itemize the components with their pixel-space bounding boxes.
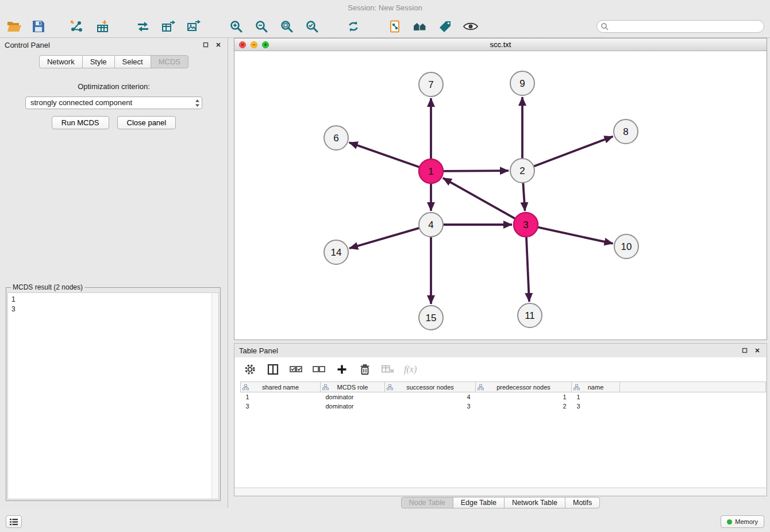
run-mcds-button[interactable]: Run MCDS xyxy=(52,116,109,129)
node-14[interactable]: 14 xyxy=(324,240,348,264)
eye-icon xyxy=(463,21,478,32)
control-panel-header: Control Panel xyxy=(0,38,228,52)
zoom-out-button[interactable] xyxy=(251,18,272,35)
node-15[interactable]: 15 xyxy=(419,306,443,330)
table-panel-header: Table Panel xyxy=(234,344,767,357)
mcds-result-box[interactable]: 13 xyxy=(7,292,219,499)
search-icon xyxy=(600,22,609,30)
table-panel-float-button[interactable] xyxy=(740,346,749,355)
column-header-predecessor-nodes[interactable]: predecessor nodes xyxy=(476,382,572,392)
column-type-icon xyxy=(322,384,329,391)
import-network-icon xyxy=(70,20,83,33)
toggle-column-panel-button[interactable] xyxy=(266,363,280,376)
memory-button[interactable]: Memory xyxy=(721,515,764,528)
create-column-button[interactable] xyxy=(335,363,349,376)
tab-network[interactable]: Network xyxy=(39,55,83,68)
node-11[interactable]: 11 xyxy=(518,303,542,327)
window-minimize-button[interactable] xyxy=(251,41,257,48)
search-field[interactable] xyxy=(596,20,764,33)
node-label: 4 xyxy=(428,219,433,230)
import-table-icon xyxy=(96,20,110,33)
table-panel-tabs: Node TableEdge TableNetwork TableMotifs xyxy=(234,497,767,510)
zoom-selected-button[interactable] xyxy=(301,18,323,35)
table-panel-title: Table Panel xyxy=(239,346,278,355)
annotation-button[interactable] xyxy=(434,18,456,35)
node-4[interactable]: 4 xyxy=(419,213,443,237)
column-header-successor-nodes[interactable]: successor nodes xyxy=(385,382,476,392)
export-table-button[interactable] xyxy=(157,18,179,35)
node-3[interactable]: 3 xyxy=(514,213,538,237)
column-header-shared-name[interactable]: shared name xyxy=(241,382,321,392)
window-close-button[interactable] xyxy=(239,41,246,48)
node-9[interactable]: 9 xyxy=(510,71,534,95)
export-image-button[interactable] xyxy=(183,18,205,35)
table-settings-button[interactable] xyxy=(243,363,257,376)
edge-1-6[interactable] xyxy=(349,142,423,168)
zoom-fit-icon xyxy=(280,20,294,33)
column-header-MCDS-role[interactable]: MCDS role xyxy=(321,382,385,392)
edge-2-3[interactable] xyxy=(523,179,525,211)
result-scrollbar[interactable] xyxy=(211,293,218,499)
table-row[interactable]: 3dominator323 xyxy=(241,402,766,411)
node-2[interactable]: 2 xyxy=(510,159,534,183)
show-panels-button[interactable] xyxy=(6,515,22,528)
open-file-icon xyxy=(7,20,22,33)
import-table-button[interactable] xyxy=(92,18,114,35)
node-6[interactable]: 6 xyxy=(324,126,348,150)
table-horizontal-scrollbar[interactable] xyxy=(235,488,766,495)
apply-layout-button[interactable] xyxy=(342,18,364,35)
tab-select[interactable]: Select xyxy=(114,55,151,68)
select-all-columns-button[interactable] xyxy=(289,363,303,376)
deselect-all-columns-button[interactable] xyxy=(312,363,326,376)
table-row[interactable]: 1dominator411 xyxy=(241,392,766,402)
tab-style[interactable]: Style xyxy=(82,55,115,68)
mcds-result-fieldset: MCDS result (2 nodes) 13 xyxy=(6,283,221,501)
save-session-button[interactable] xyxy=(28,18,49,35)
window-zoom-button[interactable] xyxy=(262,41,269,48)
first-neighbors-button[interactable] xyxy=(409,18,431,35)
node-label: 1 xyxy=(428,166,433,177)
import-network-button[interactable] xyxy=(66,18,87,35)
zoom-selected-icon xyxy=(305,20,319,33)
tab-network-table[interactable]: Network Table xyxy=(504,497,565,508)
function-builder-button: f(x) xyxy=(404,363,417,376)
export-table-icon xyxy=(161,20,175,33)
edge-4-14[interactable] xyxy=(349,227,423,248)
node-1[interactable]: 1 xyxy=(419,159,443,183)
search-input[interactable] xyxy=(609,21,764,32)
zoom-fit-button[interactable] xyxy=(276,18,298,35)
zoom-in-button[interactable] xyxy=(225,18,247,35)
edge-3-1[interactable] xyxy=(443,178,518,221)
close-panel-button[interactable]: Close panel xyxy=(117,116,176,129)
tab-node-table[interactable]: Node Table xyxy=(401,497,453,508)
node-7[interactable]: 7 xyxy=(419,72,443,97)
delete-table-button xyxy=(381,363,395,376)
table-panel-close-button[interactable] xyxy=(753,346,762,355)
node-10[interactable]: 10 xyxy=(614,234,638,259)
tab-motifs[interactable]: Motifs xyxy=(565,497,600,508)
tab-mcds[interactable]: MCDS xyxy=(151,55,188,68)
edge-3-11[interactable] xyxy=(526,233,529,302)
zoom-out-icon xyxy=(255,20,268,33)
tab-edge-table[interactable]: Edge Table xyxy=(453,497,505,508)
float-icon xyxy=(203,42,209,48)
node-8[interactable]: 8 xyxy=(614,119,638,144)
annotation-icon xyxy=(438,20,452,33)
window-title: Session: New Session xyxy=(348,3,422,12)
export-network-button[interactable] xyxy=(132,18,154,35)
open-file-button[interactable] xyxy=(3,18,25,35)
edge-1-2[interactable] xyxy=(440,171,509,171)
duplicate-network-button[interactable] xyxy=(384,18,406,35)
list-icon xyxy=(10,519,18,525)
delete-column-button[interactable] xyxy=(358,363,372,376)
control-panel-title: Control Panel xyxy=(5,41,50,49)
column-header-name[interactable]: name xyxy=(572,382,620,392)
control-panel-close-button[interactable] xyxy=(214,40,223,49)
criterion-select[interactable]: strongly connected component xyxy=(25,97,202,109)
control-panel-float-button[interactable] xyxy=(201,40,210,49)
node-label: 10 xyxy=(621,241,632,252)
show-graphics-details-button[interactable] xyxy=(460,18,482,35)
network-canvas[interactable]: 7968124314101511 xyxy=(234,51,767,340)
edge-3-10[interactable] xyxy=(534,226,613,244)
edge-2-8[interactable] xyxy=(530,136,613,167)
